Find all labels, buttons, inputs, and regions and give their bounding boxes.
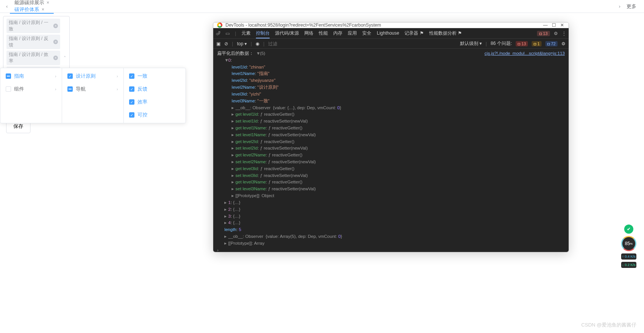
chevron-right-icon: › <box>117 74 118 78</box>
inspect-icon[interactable]: ⮰ <box>216 31 220 36</box>
tabs-more[interactable]: 更多 <box>623 3 640 10</box>
chevron-right-icon: › <box>55 87 56 91</box>
net-upload: ↑ 0.4 K/s <box>621 253 636 260</box>
checkbox[interactable] <box>6 86 11 92</box>
devtools-tab[interactable]: Lighthouse <box>377 30 399 36</box>
devtools-tab[interactable]: 性能数据分析 ⚑ <box>429 30 462 36</box>
issues-warn-badge[interactable]: ◘ 1 <box>532 41 542 46</box>
cascader-tag[interactable]: 指南 / 设计原则 / 效率× <box>6 51 60 65</box>
clear-icon[interactable]: ⊘ <box>224 41 228 46</box>
device-icon[interactable]: ▭ <box>225 31 230 36</box>
checkbox[interactable]: ✓ <box>129 86 134 92</box>
close-icon[interactable]: × <box>46 0 49 5</box>
issues-label[interactable]: 86 个问题: <box>491 40 512 47</box>
cascader-item[interactable]: 组件› <box>0 83 62 96</box>
devtools-tab[interactable]: 安全 <box>362 30 371 36</box>
chevron-up-icon: ˄ <box>64 55 66 61</box>
page-tabs: ‹ 能源碳排展示×碳评价体系× › 更多 <box>0 0 644 13</box>
maximize-icon[interactable]: ☐ <box>551 22 556 28</box>
sidebar-toggle-icon[interactable]: ▣ <box>216 41 221 46</box>
devtools-tab[interactable]: 源代码/来源 <box>275 30 299 36</box>
checkbox[interactable] <box>6 73 11 79</box>
checkbox[interactable]: ✓ <box>129 73 134 79</box>
net-download: ↓ 0.2 K/s <box>621 262 636 268</box>
issues-info-badge[interactable]: ◘ 72 <box>545 41 558 46</box>
shield-icon[interactable]: ✔ <box>624 225 633 234</box>
checkbox[interactable]: ✓ <box>129 112 134 118</box>
error-count[interactable]: ◘ 13 <box>537 31 550 36</box>
page-tab[interactable]: 能源碳排展示× <box>10 0 54 6</box>
widget-column: ✔ 85% ↑ 0.4 K/s ↓ 0.2 K/s <box>621 225 636 268</box>
page-tab[interactable]: 碳评价体系× <box>10 6 54 14</box>
close-icon[interactable]: × <box>53 24 58 28</box>
gear-icon[interactable]: ⚙ <box>561 41 566 46</box>
cascader-dropdown: 指南›组件›✓设计原则›导航›✓一致✓反馈✓效率✓可控 <box>0 68 186 123</box>
console-output[interactable]: cjs.js?!./node_modul…script&lang=js:113 … <box>213 49 569 252</box>
devtools-tabs: ⮰ ▭ | 元素控制台源代码/来源网络性能内存应用安全Lighthouse记录器… <box>213 28 569 39</box>
kebab-icon[interactable]: ⋮ <box>562 31 566 36</box>
tabs-prev-icon[interactable]: ‹ <box>4 3 10 9</box>
eye-icon[interactable]: ◉ <box>256 41 259 46</box>
cascader-item[interactable]: ✓设计原则› <box>62 70 123 83</box>
source-link[interactable]: cjs.js?!./node_modul…script&lang=js:113 <box>484 50 565 57</box>
chevron-right-icon: › <box>55 74 56 78</box>
level-selector[interactable]: 默认级别 ▾ <box>460 40 482 47</box>
cascader-tag[interactable]: 指南 / 设计原则 / 反馈× <box>6 35 60 49</box>
devtools-tab[interactable]: 应用 <box>348 30 357 36</box>
close-icon[interactable]: × <box>53 40 58 44</box>
issues-error-badge[interactable]: ◘ 13 <box>516 41 528 46</box>
performance-score[interactable]: 85% <box>621 236 636 251</box>
cascader-item[interactable]: ✓一致 <box>124 70 185 83</box>
devtools-window: DevTools - localhost:9528/login?redirect… <box>213 22 569 252</box>
cascader-item[interactable]: ✓反馈 <box>124 83 185 96</box>
devtools-tab[interactable]: 内存 <box>333 30 342 36</box>
devtools-tab[interactable]: 元素 <box>241 30 251 36</box>
devtools-tab[interactable]: 记录器 ⚑ <box>404 30 423 36</box>
cascader-item[interactable]: 指南› <box>0 70 62 83</box>
cascader-item[interactable]: ✓效率 <box>124 96 185 108</box>
chrome-icon <box>217 22 222 28</box>
devtools-title: DevTools - localhost:9528/login?redirect… <box>225 22 540 28</box>
close-icon[interactable]: ✕ <box>559 22 565 28</box>
checkbox[interactable]: ✓ <box>67 73 73 79</box>
watermark: CSDN @爱池鱼的酱酱仔 <box>581 322 636 328</box>
chevron-right-icon: › <box>117 87 118 91</box>
close-icon[interactable]: × <box>53 56 58 60</box>
filter-input[interactable] <box>268 41 456 46</box>
tabs-next-icon[interactable]: › <box>617 3 623 9</box>
devtools-tab[interactable]: 控制台 <box>256 30 270 38</box>
gear-icon[interactable]: ⚙ <box>554 31 558 36</box>
cascader-item[interactable]: 导航› <box>62 83 123 96</box>
checkbox[interactable] <box>67 86 73 92</box>
cascader-tag[interactable]: 指南 / 设计原则 / 一致× <box>6 19 60 33</box>
devtools-tab[interactable]: 性能 <box>319 30 328 36</box>
devtools-titlebar[interactable]: DevTools - localhost:9528/login?redirect… <box>213 22 569 28</box>
context-selector[interactable]: top ▾ <box>237 41 247 46</box>
console-filter-bar: ▣ ⊘ | top ▾ | ◉ | 默认级别 ▾ | 86 个问题: ◘ 13 … <box>213 39 569 49</box>
close-icon[interactable]: × <box>42 7 44 12</box>
cascader-item[interactable]: ✓可控 <box>124 108 185 121</box>
devtools-tab[interactable]: 网络 <box>304 30 313 36</box>
checkbox[interactable]: ✓ <box>129 99 134 105</box>
minimize-icon[interactable]: — <box>543 22 548 28</box>
